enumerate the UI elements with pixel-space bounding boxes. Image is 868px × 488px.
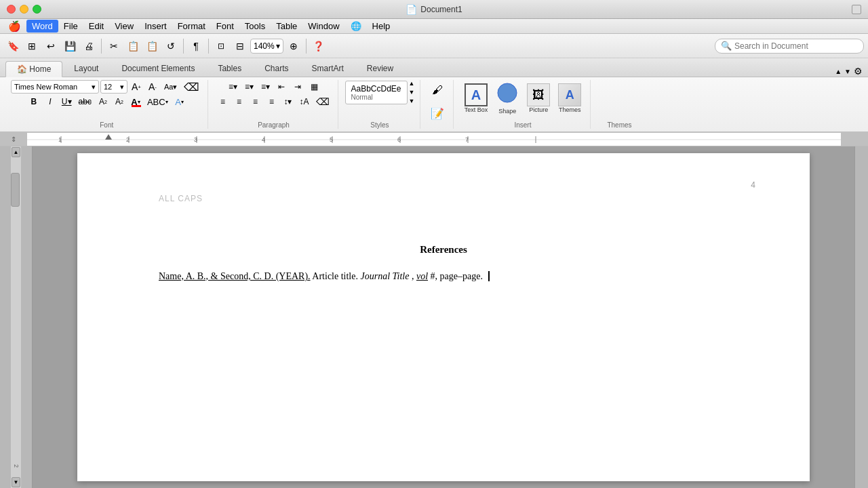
- menu-font[interactable]: Font: [211, 20, 239, 33]
- bold-button[interactable]: B: [26, 95, 41, 108]
- toolbar-paragraph[interactable]: ¶: [187, 37, 205, 55]
- show-formatting-button[interactable]: ⌫: [313, 95, 332, 108]
- font-shrink-button[interactable]: A-: [145, 80, 160, 94]
- menu-bar: 🍎 Word File Edit View Insert Format Font…: [0, 19, 868, 34]
- all-caps-text: ALL CAPS: [159, 194, 728, 203]
- font-name-dropdown[interactable]: Times New Roman ▾: [11, 80, 99, 94]
- text-highlight-button[interactable]: ABC ▾: [144, 95, 171, 108]
- toolbar-print[interactable]: 🖨: [80, 37, 98, 55]
- svg-text:7: 7: [465, 136, 469, 143]
- toolbar-zoom-plus[interactable]: ⊕: [285, 37, 302, 55]
- vertical-scrollbar[interactable]: ▲ ▼: [11, 146, 21, 488]
- font-grow-button[interactable]: A+: [129, 80, 144, 94]
- tab-review[interactable]: Review: [355, 60, 405, 77]
- styles-preview-card[interactable]: AaBbCcDdEe Normal: [345, 81, 408, 104]
- menu-edit[interactable]: Edit: [83, 20, 109, 33]
- toolbar-new[interactable]: 🔖: [4, 37, 22, 55]
- multilevel-list-button[interactable]: ≡▾: [258, 80, 273, 94]
- textbox-button[interactable]: A Text Box: [462, 82, 491, 115]
- menu-insert[interactable]: Insert: [139, 20, 172, 33]
- menu-table[interactable]: Table: [271, 20, 302, 33]
- menu-window[interactable]: Window: [302, 20, 344, 33]
- tab-document-elements[interactable]: Document Elements: [110, 60, 206, 77]
- minimize-button[interactable]: [20, 5, 28, 14]
- shape-button[interactable]: Shape: [493, 80, 521, 116]
- shading-button[interactable]: ▦: [307, 80, 321, 94]
- menu-tools[interactable]: Tools: [239, 20, 271, 33]
- align-center-button[interactable]: ≡: [231, 95, 246, 108]
- font-case-button[interactable]: Aa▾: [161, 80, 180, 94]
- toolbar-copy[interactable]: 📋: [124, 37, 142, 55]
- font-color-button[interactable]: A ▾: [128, 95, 143, 108]
- ribbon-scroll-up[interactable]: ▲: [835, 68, 842, 75]
- window-resize-button[interactable]: [852, 5, 861, 14]
- themes-group-label: Themes: [607, 120, 631, 129]
- tab-charts[interactable]: Charts: [253, 60, 300, 77]
- search-icon: 🔍: [721, 41, 732, 51]
- citation-text[interactable]: Name, A. B., & Second, C. D. (YEAR). Art…: [159, 269, 728, 284]
- track-changes-button[interactable]: 📝: [427, 103, 448, 123]
- sort-button[interactable]: ↕A: [296, 95, 311, 108]
- ribbon-group-themes: Themes: [592, 80, 646, 129]
- search-input[interactable]: [734, 41, 858, 51]
- toolbar-cut[interactable]: ✂: [105, 37, 123, 55]
- maximize-button[interactable]: [33, 5, 41, 14]
- toolbar-zoom-minus[interactable]: ⊟: [231, 37, 249, 55]
- scroll-thumb[interactable]: [11, 173, 20, 207]
- citation-comma: ,: [412, 271, 416, 281]
- ribbon-scroll-down[interactable]: ▼: [844, 68, 851, 75]
- toolbar-save[interactable]: 💾: [61, 37, 79, 55]
- toolbar-undo-arrow[interactable]: ↩: [42, 37, 60, 55]
- italic-button[interactable]: I: [43, 95, 58, 108]
- search-box[interactable]: 🔍: [715, 39, 864, 54]
- line-spacing-button[interactable]: ↕▾: [280, 95, 295, 108]
- bullets-button[interactable]: ≡▾: [225, 80, 240, 94]
- toolbar-grid[interactable]: ⊞: [23, 37, 41, 55]
- menu-globe[interactable]: 🌐: [345, 20, 367, 33]
- align-justify-button[interactable]: ≡: [264, 95, 279, 108]
- numbered-list-button[interactable]: ≡▾: [241, 80, 256, 94]
- font-clear-button[interactable]: ⌫: [181, 80, 202, 94]
- format-painter-button[interactable]: 🖌: [427, 80, 448, 100]
- apple-menu[interactable]: 🍎: [3, 20, 26, 33]
- align-right-button[interactable]: ≡: [248, 95, 262, 108]
- strikethrough-button[interactable]: abc: [76, 95, 94, 108]
- toolbar-help[interactable]: ❓: [310, 37, 328, 55]
- increase-indent-button[interactable]: ⇥: [290, 80, 305, 94]
- decrease-indent-button[interactable]: ⇤: [274, 80, 289, 94]
- toolbar-zoom-grid[interactable]: ⊡: [212, 37, 230, 55]
- ruler-content[interactable]: 1 2 3 4 5 6 7: [27, 133, 841, 146]
- align-left-button[interactable]: ≡: [215, 95, 230, 108]
- tab-home[interactable]: 🏠 Home: [5, 61, 62, 77]
- toolbar-paste2[interactable]: ↺: [162, 37, 180, 55]
- tab-smartart[interactable]: SmartArt: [300, 60, 355, 77]
- menu-format[interactable]: Format: [172, 20, 211, 33]
- paragraph-row-2: ≡ ≡ ≡ ≡ ↕▾ ↕A ⌫: [215, 95, 332, 108]
- tab-tables[interactable]: Tables: [206, 60, 253, 77]
- toolbar-paste[interactable]: 📋: [143, 37, 161, 55]
- zoom-control[interactable]: 140% ▾: [250, 39, 283, 54]
- themes-button[interactable]: A Themes: [555, 82, 584, 115]
- themes-icon: A: [558, 83, 581, 106]
- styles-scroll-up[interactable]: ▲: [409, 80, 415, 87]
- menu-view[interactable]: View: [109, 20, 139, 33]
- tab-layout[interactable]: Layout: [62, 60, 110, 77]
- text-color2-button[interactable]: A ▾: [172, 95, 187, 108]
- scroll-up-button[interactable]: ▲: [12, 147, 20, 157]
- menu-help[interactable]: Help: [367, 20, 396, 33]
- document-page[interactable]: 4 ALL CAPS References Name, A. B., & Sec…: [77, 153, 810, 481]
- toolbar: 🔖 ⊞ ↩ 💾 🖨 ✂ 📋 📋 ↺ ¶ ⊡ ⊟ 140% ▾ ⊕ ❓ 🔍: [0, 34, 868, 58]
- picture-button[interactable]: 🖼 Picture: [524, 82, 553, 115]
- menu-word[interactable]: Word: [26, 20, 58, 33]
- superscript-button[interactable]: A2: [96, 95, 111, 108]
- scroll-down-button[interactable]: ▼: [12, 477, 20, 487]
- underline-button[interactable]: U▾: [59, 95, 75, 108]
- page-indicator-left: 2: [13, 464, 20, 468]
- font-size-dropdown[interactable]: 12 ▾: [100, 80, 127, 94]
- styles-expand[interactable]: ▼: [409, 98, 415, 104]
- menu-file[interactable]: File: [58, 20, 83, 33]
- ribbon-settings[interactable]: ⚙: [854, 66, 863, 77]
- subscript-button[interactable]: A2: [112, 95, 127, 108]
- styles-scroll-down[interactable]: ▼: [409, 89, 415, 96]
- close-button[interactable]: [7, 5, 16, 14]
